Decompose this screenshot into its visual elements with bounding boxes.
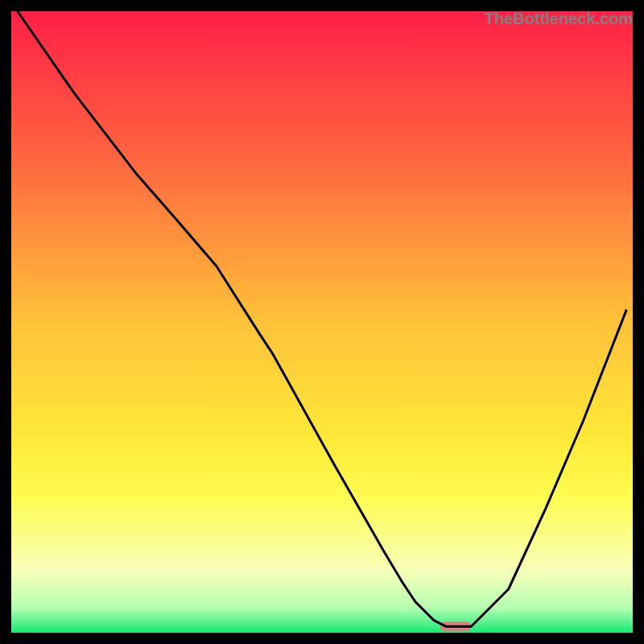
gradient-rect: [11, 11, 633, 633]
watermark-text: TheBottleneck.com: [485, 10, 633, 28]
chart-svg: [11, 11, 633, 633]
chart-frame: TheBottleneck.com: [0, 0, 644, 644]
plot-area: TheBottleneck.com: [11, 11, 633, 633]
